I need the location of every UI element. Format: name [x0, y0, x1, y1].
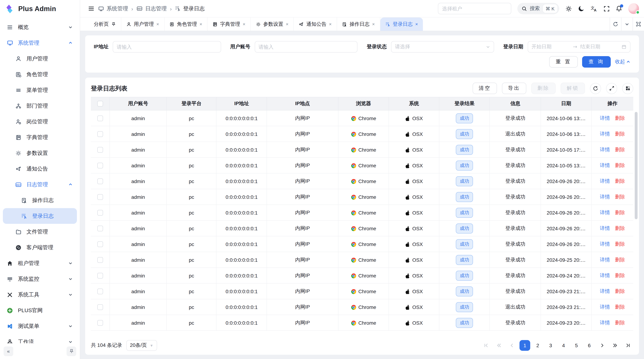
- table-row[interactable]: admin pc 0:0:0:0:0:0:0:1 内网IP Chrome: [91, 126, 633, 142]
- delete-link[interactable]: 删除: [615, 209, 625, 215]
- delete-link[interactable]: 删除: [615, 320, 625, 325]
- translate-icon[interactable]: 文A: [591, 5, 598, 12]
- page-2-button[interactable]: 2: [532, 340, 543, 351]
- table-row[interactable]: admin pc 0:0:0:0:0:0:0:1 内网IP Chrome: [91, 283, 633, 299]
- detail-link[interactable]: 详情: [600, 320, 610, 325]
- row-checkbox[interactable]: [97, 210, 103, 215]
- row-checkbox[interactable]: [97, 194, 103, 200]
- forward-five-pages-button[interactable]: [610, 340, 620, 351]
- tabs-menu-button[interactable]: [621, 17, 632, 31]
- clear-button[interactable]: 清空: [472, 83, 497, 94]
- export-button[interactable]: 导出: [502, 83, 526, 94]
- table-row[interactable]: admin pc 0:0:0:0:0:0:0:1 内网IP Chrome: [91, 220, 633, 236]
- settings-gear-icon[interactable]: [565, 5, 572, 12]
- close-icon[interactable]: ×: [329, 21, 332, 27]
- last-page-button[interactable]: [622, 340, 633, 351]
- detail-link[interactable]: 详情: [600, 225, 610, 231]
- login-date-range-picker[interactable]: 开始日期 结束日期: [528, 41, 630, 52]
- sidebar-item-plus-site[interactable]: PLUS官网: [0, 303, 80, 318]
- table-row[interactable]: admin pc 0:0:0:0:0:0:0:1 内网IP Chrome: [91, 252, 633, 268]
- tab-role-mgmt[interactable]: 角色管理 ×: [164, 17, 208, 31]
- pin-icon[interactable]: [111, 22, 116, 26]
- next-page-button[interactable]: [597, 340, 608, 351]
- sidebar-item-param-settings[interactable]: 参数设置: [0, 145, 80, 161]
- row-checkbox[interactable]: [97, 147, 103, 152]
- detail-link[interactable]: 详情: [600, 162, 610, 168]
- delete-link[interactable]: 删除: [615, 146, 625, 152]
- close-icon[interactable]: ×: [242, 21, 245, 27]
- logo-row[interactable]: Plus Admin: [0, 0, 80, 18]
- sidebar-item-system-mgmt[interactable]: 系统管理: [0, 35, 80, 51]
- sidebar-pin-button[interactable]: [66, 346, 76, 356]
- detail-link[interactable]: 详情: [600, 257, 610, 262]
- dark-mode-moon-icon[interactable]: [578, 5, 584, 12]
- table-row[interactable]: admin pc 0:0:0:0:0:0:0:1 内网IP Chrome: [91, 299, 633, 315]
- search-button[interactable]: 查 询: [582, 56, 611, 68]
- user-avatar[interactable]: [628, 3, 639, 14]
- page-size-select[interactable]: 20条/页 ▼: [126, 340, 157, 351]
- page-1-button[interactable]: 1: [520, 340, 530, 351]
- delete-link[interactable]: 删除: [615, 178, 625, 184]
- row-checkbox[interactable]: [97, 288, 103, 294]
- detail-link[interactable]: 详情: [600, 178, 610, 184]
- prev-page-button[interactable]: [506, 340, 517, 351]
- page-5-button[interactable]: 5: [571, 340, 582, 351]
- row-checkbox[interactable]: [97, 257, 103, 263]
- back-five-pages-button[interactable]: [494, 340, 504, 351]
- collapse-filters-link[interactable]: 收起: [615, 59, 630, 65]
- sidebar-item-post-mgmt[interactable]: 岗位管理: [0, 114, 80, 129]
- sidebar-item-role-mgmt[interactable]: 角色管理: [0, 66, 80, 82]
- tab-user-mgmt[interactable]: 用户管理 ×: [121, 17, 164, 31]
- page-6-button[interactable]: 6: [584, 340, 595, 351]
- sidebar-item-operation-log[interactable]: 操作日志: [0, 192, 80, 208]
- table-row[interactable]: admin pc 0:0:0:0:0:0:0:1 内网IP Chrome: [91, 315, 633, 331]
- table-expand-button[interactable]: [606, 83, 617, 94]
- row-checkbox[interactable]: [97, 115, 103, 121]
- table-row[interactable]: admin pc 0:0:0:0:0:0:0:1 内网IP Chrome: [91, 268, 633, 283]
- sidebar-item-log-mgmt[interactable]: DEV 日志管理: [0, 177, 80, 192]
- page-3-button[interactable]: 3: [545, 340, 556, 351]
- hamburger-icon[interactable]: [88, 5, 94, 12]
- row-checkbox[interactable]: [97, 178, 103, 184]
- close-icon[interactable]: ×: [372, 21, 375, 27]
- breadcrumb-item[interactable]: 系统管理: [106, 5, 128, 12]
- tab-param-settings[interactable]: 参数设置 ×: [251, 17, 294, 31]
- sidebar-item-overview[interactable]: 概览: [0, 19, 80, 35]
- row-checkbox[interactable]: [97, 320, 103, 326]
- delete-link[interactable]: 删除: [615, 288, 625, 294]
- tabs-refresh-button[interactable]: [610, 17, 621, 31]
- row-checkbox[interactable]: [97, 225, 103, 231]
- login-status-select[interactable]: 请选择: [391, 41, 494, 52]
- detail-link[interactable]: 详情: [600, 304, 610, 310]
- table-row[interactable]: admin pc 0:0:0:0:0:0:0:1 内网IP Chrome: [91, 157, 633, 173]
- first-page-button[interactable]: [481, 340, 492, 351]
- tab-dict-mgmt[interactable]: 字典管理 ×: [208, 17, 250, 31]
- close-icon[interactable]: ×: [200, 21, 202, 27]
- delete-button[interactable]: 删除: [531, 83, 556, 94]
- table-row[interactable]: admin pc 0:0:0:0:0:0:0:1 内网IP Chrome: [91, 173, 633, 189]
- delete-link[interactable]: 删除: [615, 241, 625, 247]
- reset-button[interactable]: 重 置: [549, 56, 578, 68]
- tab-analysis[interactable]: 分析页: [89, 17, 121, 31]
- close-icon[interactable]: ×: [286, 21, 288, 27]
- sidebar-item-menu-mgmt[interactable]: 菜单管理: [0, 82, 80, 98]
- detail-link[interactable]: 详情: [600, 131, 610, 136]
- sidebar-item-system-tools[interactable]: 系统工具: [0, 287, 80, 303]
- table-row[interactable]: admin pc 0:0:0:0:0:0:0:1 内网IP Chrome: [91, 205, 633, 220]
- select-all-checkbox[interactable]: [97, 101, 103, 107]
- table-refresh-button[interactable]: [590, 83, 601, 94]
- delete-link[interactable]: 删除: [615, 194, 625, 199]
- row-checkbox[interactable]: [97, 273, 103, 278]
- sidebar-item-file-mgmt[interactable]: 文件管理: [0, 224, 80, 240]
- column-settings-button[interactable]: [622, 83, 633, 94]
- sidebar-item-user-mgmt[interactable]: 用户管理: [0, 51, 80, 66]
- detail-link[interactable]: 详情: [600, 241, 610, 247]
- detail-link[interactable]: 详情: [600, 146, 610, 152]
- sidebar-collapse-button[interactable]: «: [4, 346, 13, 356]
- table-row[interactable]: admin pc 0:0:0:0:0:0:0:1 内网IP Chrome: [91, 142, 633, 157]
- row-checkbox[interactable]: [97, 304, 103, 310]
- table-row[interactable]: admin pc 0:0:0:0:0:0:0:1 内网IP Chrome: [91, 236, 633, 252]
- notification-bell-icon[interactable]: [616, 5, 622, 12]
- sidebar-item-dept-mgmt[interactable]: 部门管理: [0, 98, 80, 114]
- delete-link[interactable]: 删除: [615, 115, 625, 121]
